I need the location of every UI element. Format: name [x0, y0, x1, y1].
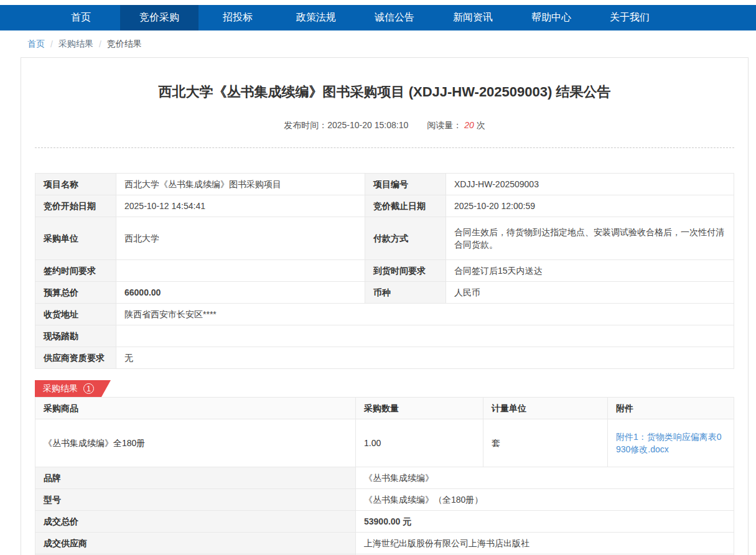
- info-value-project-code: XDJJ-HW-202509003: [446, 174, 734, 195]
- detail-value-winning-supplier: 上海世纪出版股份有限公司上海书店出版社: [356, 533, 734, 554]
- info-value-site-survey: [116, 325, 734, 347]
- result-section-badge: 采购结果 1: [35, 380, 111, 397]
- info-value-budget: 66000.00: [116, 282, 365, 304]
- col-header-item: 采购商品: [35, 398, 356, 419]
- publish-time-label: 发布时间：: [284, 120, 327, 130]
- nav-item-tenders[interactable]: 招投标: [198, 5, 277, 30]
- table-row: 竞价开始日期 2025-10-12 14:54:41 竞价截止日期 2025-1…: [35, 195, 734, 217]
- col-header-attachment: 附件: [608, 398, 734, 419]
- views-count: 20: [464, 120, 474, 130]
- table-row: 成交总价 53900.00 元: [35, 511, 734, 533]
- info-label-project-code: 项目编号: [365, 174, 446, 195]
- info-label-site-survey: 现场踏勘: [35, 325, 116, 347]
- nav-item-policies[interactable]: 政策法规: [277, 5, 355, 30]
- detail-value-brand: 《丛书集成续编》: [356, 467, 734, 489]
- table-row: 采购单位 西北大学 付款方式 合同生效后，待货物到达指定地点、安装调试验收合格后…: [35, 217, 734, 260]
- purchase-result-table: 采购商品 采购数量 计量单位 附件 《丛书集成续编》全180册 1.00 套 附…: [35, 397, 734, 555]
- info-label-purchaser: 采购单位: [35, 217, 116, 260]
- info-value-shipping-address: 陕西省西安市长安区****: [116, 304, 734, 325]
- table-row: 现场踏勘: [35, 325, 734, 347]
- info-value-supplier-qualification: 无: [116, 347, 734, 369]
- nav-item-about-us[interactable]: 关于我们: [590, 5, 669, 30]
- table-row: 《丛书集成续编》全180册 1.00 套 附件1：货物类响应偏离表0930修改.…: [35, 419, 734, 467]
- table-header-row: 采购商品 采购数量 计量单位 附件: [35, 398, 734, 419]
- info-label-currency: 币种: [365, 282, 446, 304]
- detail-label-brand: 品牌: [35, 467, 356, 489]
- publish-time-value: 2025-10-20 15:08:10: [327, 120, 408, 130]
- views-label: 阅读量：: [427, 120, 462, 130]
- views-unit: 次: [477, 120, 485, 130]
- detail-label-winning-supplier: 成交供应商: [35, 533, 356, 554]
- info-label-payment: 付款方式: [365, 217, 446, 260]
- breadcrumb: 首页 / 采购结果 / 竞价结果: [0, 30, 756, 57]
- main-navigation: 首页 竞价采购 招投标 政策法规 诚信公告 新闻资讯 帮助中心 关于我们: [0, 5, 756, 30]
- item-unit: 套: [483, 419, 608, 467]
- result-count-circle-icon: 1: [83, 383, 94, 394]
- col-header-unit: 计量单位: [483, 398, 608, 419]
- nav-item-bidding-purchase[interactable]: 竞价采购: [120, 5, 198, 30]
- info-value-project-name: 西北大学《丛书集成续编》图书采购项目: [116, 174, 365, 195]
- table-row: 供应商资质要求 无: [35, 347, 734, 369]
- breadcrumb-current-page: 竞价结果: [107, 39, 142, 50]
- detail-label-deal-total-price: 成交总价: [35, 511, 356, 533]
- item-quantity: 1.00: [356, 419, 483, 467]
- table-row: 成交供应商 上海世纪出版股份有限公司上海书店出版社: [35, 533, 734, 554]
- breadcrumb-separator: /: [99, 39, 101, 49]
- nav-item-news[interactable]: 新闻资讯: [434, 5, 512, 30]
- info-value-signing-time: [116, 260, 365, 282]
- nav-item-help-center[interactable]: 帮助中心: [512, 5, 590, 30]
- breadcrumb-home-link[interactable]: 首页: [27, 39, 45, 50]
- article-meta: 发布时间：2025-10-20 15:08:10阅读量：20次: [35, 120, 734, 131]
- info-value-delivery-time: 合同签订后15天内送达: [446, 260, 734, 282]
- announcement-card: 西北大学《丛书集成续编》图书采购项目 (XDJJ-HW-202509003) 结…: [21, 57, 749, 555]
- info-label-shipping-address: 收货地址: [35, 304, 116, 325]
- breadcrumb-separator: /: [50, 39, 53, 49]
- info-value-purchaser: 西北大学: [116, 217, 365, 260]
- info-value-payment: 合同生效后，待货物到达指定地点、安装调试验收合格后，一次性付清合同货款。: [446, 217, 734, 260]
- attachment-link[interactable]: 附件1：货物类响应偏离表0930修改.docx: [616, 432, 722, 454]
- info-label-bid-end: 竞价截止日期: [365, 195, 446, 217]
- col-header-quantity: 采购数量: [356, 398, 483, 419]
- table-row: 型号 《丛书集成续编》（全180册）: [35, 489, 734, 511]
- dashed-divider: [35, 147, 734, 148]
- info-label-bid-start: 竞价开始日期: [35, 195, 116, 217]
- table-row: 收货地址 陕西省西安市长安区****: [35, 304, 734, 325]
- detail-label-model: 型号: [35, 489, 356, 511]
- table-row: 项目名称 西北大学《丛书集成续编》图书采购项目 项目编号 XDJJ-HW-202…: [35, 174, 734, 195]
- info-label-signing-time: 签约时间要求: [35, 260, 116, 282]
- table-row: 品牌 《丛书集成续编》: [35, 467, 734, 489]
- info-label-delivery-time: 到货时间要求: [365, 260, 446, 282]
- info-value-currency: 人民币: [446, 282, 734, 304]
- info-label-supplier-qualification: 供应商资质要求: [35, 347, 116, 369]
- detail-value-deal-total-price: 53900.00 元: [356, 511, 734, 533]
- info-label-budget: 预算总价: [35, 282, 116, 304]
- result-badge-label: 采购结果: [43, 383, 78, 394]
- table-row: 签约时间要求 到货时间要求 合同签订后15天内送达: [35, 260, 734, 282]
- info-value-bid-end: 2025-10-20 12:00:59: [446, 195, 734, 217]
- info-label-project-name: 项目名称: [35, 174, 116, 195]
- detail-value-model: 《丛书集成续编》（全180册）: [356, 489, 734, 511]
- item-name: 《丛书集成续编》全180册: [35, 419, 356, 467]
- info-value-bid-start: 2025-10-12 14:54:41: [116, 195, 365, 217]
- nav-item-home[interactable]: 首页: [42, 5, 120, 30]
- breadcrumb-section-link[interactable]: 采购结果: [58, 39, 93, 50]
- page-title: 西北大学《丛书集成续编》图书采购项目 (XDJJ-HW-202509003) 结…: [35, 83, 734, 101]
- table-row: 预算总价 66000.00 币种 人民币: [35, 282, 734, 304]
- nav-item-integrity-notices[interactable]: 诚信公告: [355, 5, 434, 30]
- project-info-table: 项目名称 西北大学《丛书集成续编》图书采购项目 项目编号 XDJJ-HW-202…: [35, 173, 734, 369]
